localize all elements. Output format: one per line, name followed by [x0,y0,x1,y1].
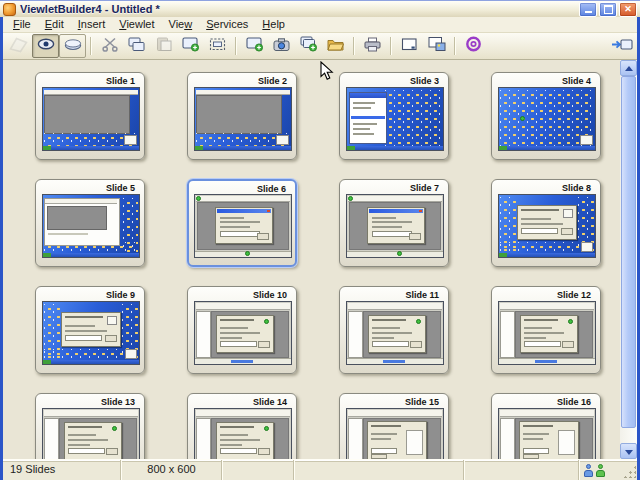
duplicate-slide-icon [300,36,317,56]
slide-label: Slide 14 [253,397,287,407]
menu-viewlet[interactable]: Viewlet [112,17,161,32]
minimize-button[interactable] [579,2,597,17]
window-title: ViewletBuilder4 - Untitled * [20,3,577,15]
blank-slide-button[interactable] [396,34,423,58]
toolbar-separator [235,37,237,55]
slide-thumbnail-dialog-on-gray-app[interactable] [194,194,292,258]
titlebar[interactable]: ViewletBuilder4 - Untitled * ✕ [0,0,640,17]
slide-label: Slide 16 [557,397,591,407]
resize-grip[interactable] [623,465,636,478]
qarbon-logo-icon [3,3,16,16]
menu-view[interactable]: View [162,17,200,32]
menu-insert[interactable]: Insert [71,17,113,32]
slide-thumbnail-dialog-with-panel[interactable] [498,408,596,459]
slide-card-10[interactable]: Slide 10 [187,286,297,374]
slide-card-1[interactable]: Slide 1 [35,72,145,160]
slide-sorter-view: Slide 1 Slide 2 Slide 3 Slide 4 Slide 5 … [3,60,637,459]
vertical-scrollbar[interactable] [620,60,637,459]
scrollbar-thumb[interactable] [621,76,636,428]
toolbar-separator [390,37,392,55]
eye-button[interactable] [32,34,59,58]
user-blue-icon [584,464,593,477]
slide-card-9[interactable]: Slide 9 [35,286,145,374]
toolbar-separator [353,37,355,55]
menu-file[interactable]: File [6,17,38,32]
image-slide-button[interactable] [423,34,450,58]
new-slide-button[interactable] [241,34,268,58]
slide-card-12[interactable]: Slide 12 [491,286,601,374]
scroll-down-button[interactable] [620,443,637,459]
slide-thumbnail-dialog-on-desktop[interactable] [498,194,596,258]
menu-services[interactable]: Services [199,17,255,32]
insert-slide-button[interactable] [177,34,204,58]
slide-card-13[interactable]: Slide 13 [35,393,145,459]
page-ghost-icon [8,36,29,57]
slide-card-6[interactable]: Slide 6 [187,179,297,267]
slide-card-4[interactable]: Slide 4 [491,72,601,160]
slide-thumbnail-desktop-gray-window[interactable] [194,87,292,151]
select-slide-button[interactable] [204,34,231,58]
slide-card-8[interactable]: Slide 8 [491,179,601,267]
slide-card-5[interactable]: Slide 5 [35,179,145,267]
slide-count: 19 Slides [3,460,120,480]
slide-label: Slide 12 [557,290,591,300]
print-button[interactable] [359,34,386,58]
menu-edit[interactable]: Edit [38,17,71,32]
select-slide-icon [209,37,226,56]
cut-button[interactable] [96,34,123,58]
paste-button [150,34,177,58]
copy-icon [128,37,145,56]
slide-label: Slide 11 [405,290,439,300]
slide-grid: Slide 1 Slide 2 Slide 3 Slide 4 Slide 5 … [3,60,620,459]
slide-thumbnail-dialog-on-light-app[interactable] [498,301,596,365]
menu-help[interactable]: Help [255,17,292,32]
qarbon-eye-button[interactable] [460,34,487,58]
slide-card-16[interactable]: Slide 16 [491,393,601,459]
insert-slide-icon [182,36,199,56]
new-slide-icon [246,36,263,56]
slide-label: Slide 8 [562,183,591,193]
slide-label: Slide 5 [106,183,135,193]
menubar: FileEditInsertViewletViewServicesHelp [3,17,637,33]
viewletbuilder-window: ViewletBuilder4 - Untitled * ✕ FileEditI… [0,0,640,480]
slide-label: Slide 1 [106,76,135,86]
cut-icon [102,37,118,56]
slide-card-7[interactable]: Slide 7 [339,179,449,267]
slide-thumbnail-desktop-start-menu[interactable] [346,87,444,151]
duplicate-slide-button[interactable] [295,34,322,58]
slide-card-2[interactable]: Slide 2 [187,72,297,160]
slide-card-15[interactable]: Slide 15 [339,393,449,459]
toolbar [3,33,637,60]
slide-thumbnail-dialog-on-gray-app[interactable] [346,194,444,258]
slide-label: Slide 2 [258,76,287,86]
slide-thumbnail-dialog-on-light-app[interactable] [194,301,292,365]
open-folder-icon [327,37,344,55]
copy-button[interactable] [123,34,150,58]
close-button[interactable]: ✕ [619,2,637,17]
slide-thumbnail-dialog-on-desktop[interactable] [42,301,140,365]
slide-card-3[interactable]: Slide 3 [339,72,449,160]
slide-card-14[interactable]: Slide 14 [187,393,297,459]
slide-label: Slide 13 [101,397,135,407]
slide-thumbnail-desktop-gray-window[interactable] [42,87,140,151]
open-folder-button[interactable] [322,34,349,58]
maximize-button[interactable] [599,2,617,17]
slide-thumbnail-dialog-on-light-app[interactable] [346,301,444,365]
page-ghost-button [5,34,32,58]
slide-thumbnail-dialog-on-light-app[interactable] [194,408,292,459]
print-icon [364,37,381,56]
slide-thumbnail-desktop-app-window[interactable] [42,194,140,258]
goto-slide-button[interactable] [608,34,635,58]
image-slide-icon [428,36,446,56]
slide-dimensions: 800 x 600 [122,460,221,480]
slide-thumbnail-dialog-on-light-app[interactable] [42,408,140,459]
slide-thumbnail-dialog-with-panel[interactable] [346,408,444,459]
scroll-up-button[interactable] [620,60,637,76]
user-green-icon [596,464,605,477]
slide-card-11[interactable]: Slide 11 [339,286,449,374]
disc-button[interactable] [59,34,86,58]
slide-thumbnail-desktop-icons[interactable] [498,87,596,151]
eye-icon [37,37,55,55]
toolbar-separator [90,37,92,55]
capture-button[interactable] [268,34,295,58]
